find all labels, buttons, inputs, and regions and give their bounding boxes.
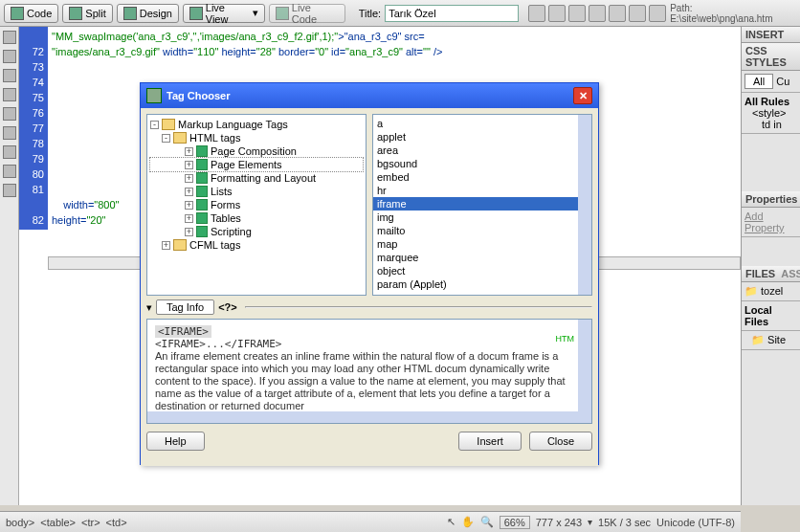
expand-icon[interactable]: + (185, 214, 193, 223)
expand-icon[interactable]: + (185, 201, 193, 210)
list-item[interactable]: applet (373, 130, 591, 144)
gutter-icon[interactable] (3, 88, 16, 101)
horizontal-scrollbar[interactable] (147, 411, 578, 423)
split-view-button[interactable]: Split (62, 4, 112, 23)
list-item[interactable]: hr (373, 184, 591, 197)
hand-icon[interactable]: ✋ (461, 516, 475, 528)
expand-icon[interactable]: + (185, 147, 193, 156)
tree-item[interactable]: +Lists (150, 185, 363, 198)
gutter-icon[interactable] (3, 165, 16, 178)
code-view-button[interactable]: Code (4, 4, 58, 23)
expand-icon[interactable]: - (162, 134, 170, 143)
toolbar-icon-1[interactable] (528, 5, 545, 22)
list-item[interactable]: param (Applet) (373, 277, 591, 291)
gutter-icon[interactable] (3, 69, 16, 82)
live-view-button[interactable]: Live View▾ (183, 4, 265, 23)
css-all-button[interactable]: All (744, 74, 773, 89)
tree-item[interactable]: +Tables (150, 211, 363, 225)
tree-item[interactable]: +Forms (150, 198, 363, 211)
td-rule[interactable]: td in (744, 119, 797, 130)
add-property-link[interactable]: Add Property (744, 211, 785, 233)
title-input[interactable] (385, 5, 519, 22)
expand-icon[interactable]: + (185, 188, 193, 196)
tag-list[interactable]: aappletareabgsoundembedhriframeimgmailto… (372, 114, 592, 296)
site-root[interactable]: 📁 Site (751, 334, 786, 345)
zoom-icon[interactable]: 🔍 (480, 516, 494, 528)
breadcrumb[interactable]: <tr> (81, 517, 100, 528)
expand-icon[interactable]: + (185, 161, 193, 169)
assets-tab[interactable]: ASS (781, 268, 800, 279)
toolbar-icon-6[interactable] (629, 5, 646, 22)
gutter-icon[interactable] (3, 126, 16, 140)
tree-label: Forms (211, 199, 240, 211)
close-button[interactable]: Close (529, 432, 592, 451)
split-label: Split (85, 8, 105, 19)
gutter-icon[interactable] (3, 145, 16, 159)
toolbar-icon-5[interactable] (609, 5, 626, 22)
gutter-icon[interactable] (3, 184, 16, 197)
files-tab[interactable]: FILES (745, 268, 775, 279)
code-label: Code (27, 8, 52, 19)
vertical-scrollbar[interactable] (578, 320, 591, 423)
design-label: Design (140, 8, 172, 19)
insert-panel-head[interactable]: INSERT (742, 27, 800, 43)
zoom-level[interactable]: 66% (500, 516, 530, 529)
folder-icon (162, 119, 175, 130)
css-current-button[interactable]: Cu (776, 76, 789, 87)
tree-item[interactable]: -Markup Language Tags (150, 118, 363, 131)
list-item[interactable]: mailto (373, 224, 591, 237)
livecode-icon (276, 7, 289, 20)
tree-item[interactable]: +Scripting (150, 225, 363, 238)
expand-icon[interactable]: + (162, 241, 170, 250)
design-icon (123, 7, 137, 20)
expand-icon[interactable]: + (185, 174, 193, 183)
toolbar-icon-4[interactable] (589, 5, 606, 22)
dimensions: 777 x 243 (536, 517, 582, 528)
list-item[interactable]: area (373, 144, 591, 157)
site-dropdown[interactable]: 📁 tozel (744, 285, 783, 297)
book-icon (196, 172, 208, 184)
css-panel-head[interactable]: CSS STYLES (742, 43, 800, 71)
breadcrumb[interactable]: body> (6, 517, 34, 528)
list-item[interactable]: map (373, 237, 591, 251)
toolbar-icon-3[interactable] (568, 5, 586, 22)
gutter-icon[interactable] (3, 31, 16, 44)
expand-icon[interactable]: - (150, 121, 159, 129)
list-item[interactable]: img (373, 211, 591, 224)
tag-category-tree[interactable]: -Markup Language Tags-HTML tags+Page Com… (146, 114, 367, 296)
list-item[interactable]: marquee (373, 251, 591, 264)
help-icon[interactable]: <?> (218, 301, 237, 313)
gutter-icon[interactable] (3, 50, 16, 63)
list-item[interactable]: embed (373, 170, 591, 184)
tree-item[interactable]: -HTML tags (150, 131, 363, 144)
gutter-icon[interactable] (3, 107, 16, 121)
desc-tagname: <IFRAME> (155, 325, 211, 338)
live-code-button[interactable]: Live Code (269, 4, 345, 23)
tag-info-tab[interactable]: Tag Info (156, 299, 214, 315)
list-item[interactable]: object (373, 264, 591, 277)
list-item[interactable]: bgsound (373, 157, 591, 170)
list-item[interactable]: a (373, 117, 591, 130)
properties-panel-head[interactable]: Properties (742, 191, 800, 208)
list-item[interactable]: iframe (373, 197, 591, 211)
style-rule[interactable]: <style> (744, 107, 797, 119)
toolbar-icon-7[interactable] (649, 5, 666, 22)
tree-item[interactable]: +Page Elements (150, 158, 363, 171)
tree-item[interactable]: +CFML tags (150, 238, 363, 252)
dialog-titlebar[interactable]: Tag Chooser ✕ (141, 83, 598, 108)
toolbar-icon-2[interactable] (548, 5, 566, 22)
expand-icon[interactable]: + (185, 228, 193, 236)
design-view-button[interactable]: Design (117, 4, 179, 23)
breadcrumb[interactable]: <table> (40, 517, 76, 528)
breadcrumb[interactable]: <td> (106, 517, 127, 528)
close-icon[interactable]: ✕ (573, 87, 592, 104)
tree-item[interactable]: +Formatting and Layout (150, 171, 363, 185)
vertical-scrollbar[interactable] (578, 115, 591, 295)
help-button[interactable]: Help (146, 432, 205, 451)
tree-label: CFML tags (189, 239, 240, 251)
pointer-icon[interactable]: ↖ (447, 516, 456, 528)
insert-button[interactable]: Insert (458, 432, 522, 451)
chevron-down-icon[interactable]: ▾ (146, 301, 152, 314)
tree-item[interactable]: +Page Composition (150, 144, 363, 158)
book-icon (196, 212, 208, 224)
